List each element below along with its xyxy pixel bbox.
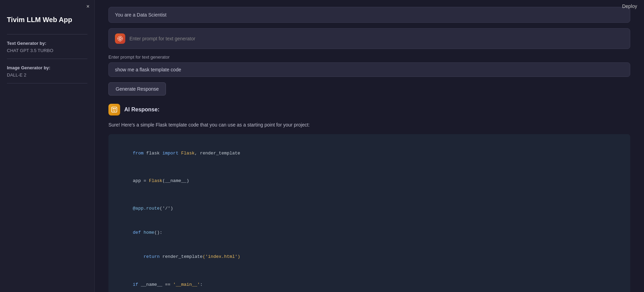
svg-point-1 [118, 36, 123, 41]
generate-response-button[interactable]: Generate Response [108, 82, 166, 95]
image-generator-label: Image Generator by: [7, 65, 87, 70]
svg-point-0 [119, 38, 121, 40]
code-line-4: def home(): [117, 221, 622, 245]
prompt-placeholder: Enter prompt for text generator [129, 36, 195, 41]
code-line-3: @app.route('/') [117, 197, 622, 221]
app-title: Tivim LLM Web App [7, 16, 87, 24]
code-line-6: if __name__ == '__main__': [117, 272, 622, 292]
prompt-icon [115, 33, 125, 44]
svg-rect-2 [112, 107, 117, 112]
response-intro-text: Sure! Here's a simple Flask template cod… [108, 121, 630, 129]
system-prompt-box: You are a Data Scientist [108, 7, 630, 23]
ai-icon [108, 104, 120, 115]
code-line-1: from flask import Flask, render_template [117, 141, 622, 165]
text-generator-label: Text Generator by: [7, 41, 87, 46]
main-content: Deploy You are a Data Scientist Enter pr… [95, 0, 644, 292]
ai-response-header: AI Response: [108, 104, 630, 115]
svg-point-4 [115, 108, 116, 109]
code-line-5: return render_template('index.html') [117, 245, 622, 269]
sidebar: × Tivim LLM Web App Text Generator by: C… [0, 0, 95, 292]
divider-3 [7, 83, 87, 83]
svg-point-3 [113, 108, 114, 109]
input-label: Enter prompt for text generator [108, 54, 630, 60]
divider-2 [7, 59, 87, 59]
prompt-input-area[interactable]: Enter prompt for text generator [108, 28, 630, 49]
code-block: from flask import Flask, render_template… [108, 134, 630, 292]
image-generator-value: DALL-E 2 [7, 72, 87, 78]
close-button[interactable]: × [86, 3, 89, 10]
deploy-button[interactable]: Deploy [622, 3, 637, 9]
prompt-text-input[interactable] [108, 62, 630, 77]
code-line-2: app = Flask(__name__) [117, 169, 622, 193]
ai-response-label: AI Response: [124, 107, 159, 113]
text-generator-value: CHAT GPT 3.5 TURBO [7, 48, 87, 53]
divider-1 [7, 34, 87, 34]
